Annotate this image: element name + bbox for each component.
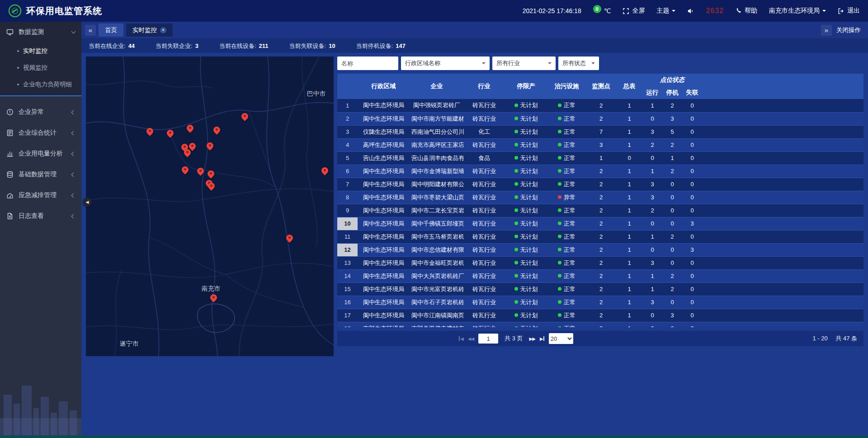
sidebar-group-6[interactable]: 日志查看 <box>0 206 81 226</box>
table-row[interactable]: 13阆中生态环境局阆中市金福旺页岩机砖砖瓦行业无计划正常21300 <box>337 256 863 269</box>
stat-value: 10 <box>329 42 335 49</box>
table-row[interactable]: 17阆中生态环境局阆中市江南镇阆南页岩砖瓦行业无计划正常21030 <box>337 309 863 322</box>
cell-stop: 0 <box>662 217 682 230</box>
sidebar-group-2[interactable]: 企业综合统计 <box>0 122 81 143</box>
cell-points: 2 <box>586 283 616 296</box>
tab-home-label: 首页 <box>105 26 117 34</box>
page-number-input[interactable] <box>478 334 498 344</box>
table-row[interactable]: 2阆中生态环境局阆中市南方节能建材有砖瓦行业无计划正常21030 <box>337 112 863 125</box>
sidebar-group-5[interactable]: 应急减排管理 <box>0 185 81 206</box>
tab-realtime-monitor[interactable]: 实时监控 × <box>126 24 173 37</box>
table-row[interactable]: 14阆中生态环境局阆中大兴页岩机砖厂砖瓦行业无计划正常21120 <box>337 269 863 283</box>
cell-industry: 砖瓦行业 <box>464 322 505 327</box>
app-root: 环保用电监管系统 2021-02-25 17:46:18 0 ℃ 全屏 主题 <box>0 0 868 438</box>
tabs-scroll-right-button[interactable]: » <box>821 25 832 36</box>
table-row[interactable]: 9阆中生态环境局阆中市二龙长宝页岩砖砖瓦行业无计划正常21200 <box>337 204 863 217</box>
table-row[interactable]: 8阆中生态环境局阆中市枣碧大梁山页岩砖瓦行业无计划异常21300 <box>337 191 863 204</box>
sidebar-group-0[interactable]: 数据监测 <box>0 22 81 42</box>
theme-dropdown[interactable]: 主题 <box>656 7 675 15</box>
map-pin[interactable] <box>210 294 218 302</box>
temperature-badge: 0 <box>593 5 601 13</box>
sidebar-item[interactable]: 视频监控 <box>0 59 81 76</box>
fullscreen-icon <box>623 8 629 14</box>
sidebar-item[interactable]: 实时监控 <box>0 42 81 59</box>
cell-run: 3 <box>642 191 662 204</box>
cell-facility: 正常 <box>547 112 586 125</box>
alarm-count-badge[interactable]: 2632 <box>706 7 724 15</box>
sidebar-group-3[interactable]: 企业用电量分析 <box>0 143 81 164</box>
temperature-widget: 0 ℃ <box>593 7 611 14</box>
sidebar-item[interactable]: 企业电力负荷明细 <box>0 76 81 93</box>
cell-industry: 砖瓦行业 <box>464 256 505 269</box>
voice-broadcast-button[interactable] <box>687 8 694 14</box>
map-pin[interactable] <box>146 127 154 136</box>
status-filter-select[interactable]: 所有状态 <box>558 57 599 70</box>
chevron-left-icon <box>71 214 76 218</box>
table-row[interactable]: 15阆中生态环境局阆中市光富页岩机砖厂砖瓦行业无计划正常21120 <box>337 283 863 296</box>
row-index: 3 <box>337 125 358 138</box>
table-row[interactable]: 7阆中生态环境局阆中明阳建材有限公司砖瓦行业无计划正常21300 <box>337 178 863 191</box>
chevron-left-icon <box>71 193 76 198</box>
table-row[interactable]: 18南部生态环境局南部县双佛寺建材有限公砖瓦行业无计划正常21030 <box>337 322 863 327</box>
table-row[interactable]: 12阆中生态环境局阆中市忠信建材有限公砖瓦行业无计划正常21003 <box>337 243 863 256</box>
map-pin[interactable] <box>213 126 221 134</box>
cell-points: 2 <box>586 269 616 283</box>
fullscreen-button[interactable]: 全屏 <box>623 7 645 15</box>
cell-company: 阆中强锐页岩砖厂 <box>410 99 464 112</box>
col-facility: 治污设施 <box>547 74 586 99</box>
page-size-select[interactable]: 20 <box>549 333 573 344</box>
map-pin[interactable] <box>206 142 214 150</box>
collapse-panel-button[interactable]: ◀ <box>83 198 92 207</box>
table-row[interactable]: 5营山生态环境局营山县润丰肉食品有限食品无计划正常10010 <box>337 151 863 165</box>
cell-company: 南充市高坪区王家店建 <box>410 138 464 151</box>
table-row[interactable]: 1阆中生态环境局阆中强锐页岩砖厂砖瓦行业无计划正常21120 <box>337 99 863 112</box>
close-operations-button[interactable]: 关闭操作 <box>836 26 861 34</box>
bullet-icon <box>17 50 19 52</box>
map-pin[interactable] <box>321 167 329 175</box>
map-pin[interactable] <box>208 182 216 190</box>
table-row[interactable]: 16阆中生态环境局阆中市石子页岩机砖厂砖瓦行业无计划正常21300 <box>337 296 863 309</box>
map-pin[interactable] <box>184 149 192 157</box>
first-page-button[interactable]: ◀ <box>459 336 463 341</box>
logout-button[interactable]: 退出 <box>838 7 860 15</box>
cell-meters: 1 <box>616 204 642 217</box>
cell-filler <box>702 283 863 296</box>
map-panel[interactable]: ◀ <box>86 57 334 356</box>
cell-company: 阆中市二龙长宝页岩砖 <box>410 204 464 217</box>
map-roads <box>86 57 334 356</box>
chevron-left-icon <box>71 151 76 156</box>
cell-run: 2 <box>642 138 662 151</box>
tabs-scroll-left-button[interactable]: « <box>85 25 96 36</box>
name-filter-input[interactable] <box>337 57 398 70</box>
last-page-button[interactable]: ▶ <box>540 336 544 341</box>
prev-page-button[interactable]: ◀◀ <box>468 336 474 341</box>
sidebar-group-4[interactable]: 基础数据管理 <box>0 164 81 185</box>
map-pin[interactable] <box>197 167 205 175</box>
map-pin[interactable] <box>166 129 175 137</box>
tab-home[interactable]: 首页 <box>99 24 123 37</box>
org-dropdown[interactable]: 南充市生态环境局 <box>769 7 826 15</box>
industry-filter-select[interactable]: 所有行业 <box>492 57 556 70</box>
logout-label: 退出 <box>847 7 860 15</box>
row-index: 1 <box>337 99 358 112</box>
close-tab-icon[interactable]: × <box>160 27 166 33</box>
cell-facility: 正常 <box>547 296 586 309</box>
map-pin[interactable] <box>286 234 294 242</box>
table-row[interactable]: 11阆中生态环境局阆中市五马桥页岩机砖砖瓦行业无计划正常21120 <box>337 230 863 243</box>
table-row[interactable]: 3仪陇生态环境局西南油气田分公司川中化工无计划正常71350 <box>337 125 863 138</box>
status-filter-value: 所有状态 <box>562 59 586 67</box>
map-pin[interactable] <box>181 166 189 174</box>
sidebar-group-1[interactable]: 企业异常 <box>0 102 81 122</box>
table-row[interactable]: 4高坪生态环境局南充市高坪区王家店建砖瓦行业无计划正常31220 <box>337 138 863 151</box>
cell-limit: 无计划 <box>505 243 547 256</box>
map-pin[interactable] <box>186 124 194 132</box>
cell-limit: 无计划 <box>505 125 547 138</box>
cell-company: 阆中市金博瑞新型墙材 <box>410 165 464 178</box>
region-filter-select[interactable]: 行政区域名称 <box>401 57 490 70</box>
map-pin[interactable] <box>241 113 249 121</box>
map-pin[interactable] <box>207 170 215 178</box>
help-button[interactable]: 帮助 <box>736 7 757 15</box>
table-row[interactable]: 10阆中生态环境局阆中千佛镇五郎垭页岩砖瓦行业无计划正常21003 <box>337 217 863 230</box>
table-row[interactable]: 6阆中生态环境局阆中市金博瑞新型墙材砖瓦行业无计划正常21120 <box>337 165 863 178</box>
next-page-button[interactable]: ▶▶ <box>529 336 535 341</box>
